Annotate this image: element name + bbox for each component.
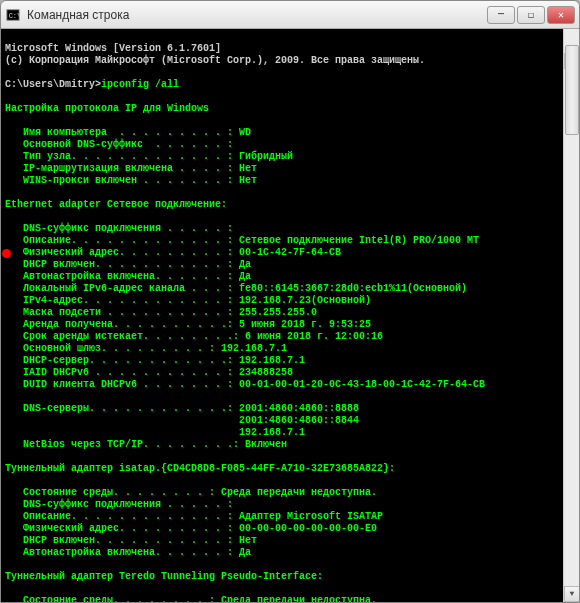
copyright-line: (c) Корпорация Майкрософт (Microsoft Cor… bbox=[5, 55, 425, 66]
eth-ipv4-address: IPv4-адрес. . . . . . . . . . . . : 192.… bbox=[5, 295, 371, 306]
scrollbar[interactable]: ▲ ▼ bbox=[563, 29, 579, 602]
eth-autoconfig: Автонастройка включена. . . . . . : Да bbox=[5, 271, 251, 282]
terminal-output[interactable]: Microsoft Windows [Version 6.1.7601] (c)… bbox=[1, 29, 579, 602]
eth-subnet-mask: Маска подсети . . . . . . . . . . : 255.… bbox=[5, 307, 317, 318]
eth-duid: DUID клиента DHCPv6 . . . . . . . : 00-0… bbox=[5, 379, 485, 390]
eth-physical-address: Физический адрес. . . . . . . . . : 00-1… bbox=[5, 247, 341, 258]
highlight-marker-icon bbox=[2, 249, 11, 258]
host-node-type: Тип узла. . . . . . . . . . . . . : Гибр… bbox=[5, 151, 293, 162]
eth-dns-3: 192.168.7.1 bbox=[5, 427, 305, 438]
window: C:\ Командная строка ─ ☐ ✕ Microsoft Win… bbox=[0, 0, 580, 603]
section-ip-config: Настройка протокола IP для Windows bbox=[5, 103, 209, 114]
cmd-icon: C:\ bbox=[5, 7, 21, 23]
eth-description: Описание. . . . . . . . . . . . . : Сете… bbox=[5, 235, 479, 246]
eth-dns-suffix: DNS-суффикс подключения . . . . . : bbox=[5, 223, 233, 234]
scroll-down-button[interactable]: ▼ bbox=[564, 586, 579, 602]
eth-lease-expires: Срок аренды истекает. . . . . . . .: 6 и… bbox=[5, 331, 383, 342]
minimize-button[interactable]: ─ bbox=[487, 6, 515, 24]
eth-iaid: IAID DHCPv6 . . . . . . . . . . . : 2348… bbox=[5, 367, 293, 378]
isatap-dhcp: DHCP включен. . . . . . . . . . . : Нет bbox=[5, 535, 257, 546]
close-button[interactable]: ✕ bbox=[547, 6, 575, 24]
eth-dns-2: 2001:4860:4860::8844 bbox=[5, 415, 359, 426]
svg-text:C:\: C:\ bbox=[9, 11, 20, 19]
section-isatap: Туннельный адаптер isatap.{CD4CD8D8-F085… bbox=[5, 463, 395, 474]
eth-gateway: Основной шлюз. . . . . . . . . : 192.168… bbox=[5, 343, 287, 354]
isatap-physical: Физический адрес. . . . . . . . . : 00-0… bbox=[5, 523, 377, 534]
prompt-path: C:\Users\Dmitry> bbox=[5, 79, 101, 90]
isatap-media-state: Состояние среды. . . . . . . . : Среда п… bbox=[5, 487, 377, 498]
host-ip-routing: IP-маршрутизация включена . . . . : Нет bbox=[5, 163, 257, 174]
window-title: Командная строка bbox=[27, 8, 487, 22]
eth-ipv6-local: Локальный IPv6-адрес канала . . . : fe80… bbox=[5, 283, 467, 294]
isatap-autoconfig: Автонастройка включена. . . . . . : Да bbox=[5, 547, 251, 558]
titlebar[interactable]: C:\ Командная строка ─ ☐ ✕ bbox=[1, 1, 579, 29]
eth-dns-1: DNS-серверы. . . . . . . . . . . .: 2001… bbox=[5, 403, 359, 414]
maximize-button[interactable]: ☐ bbox=[517, 6, 545, 24]
host-name: Имя компьютера . . . . . . . . . : WD bbox=[5, 127, 251, 138]
teredo-media-state: Состояние среды. . . . . . . . : Среда п… bbox=[5, 595, 377, 602]
eth-lease-obtained: Аренда получена. . . . . . . . . .: 5 ию… bbox=[5, 319, 371, 330]
eth-dhcp-enabled: DHCP включен. . . . . . . . . . . : Да bbox=[5, 259, 251, 270]
host-dns-suffix: Основной DNS-суффикс . . . . . . : bbox=[5, 139, 233, 150]
eth-dhcp-server: DHCP-сервер. . . . . . . . . . . .: 192.… bbox=[5, 355, 305, 366]
isatap-dns-suffix: DNS-суффикс подключения . . . . . : bbox=[5, 499, 233, 510]
window-controls: ─ ☐ ✕ bbox=[487, 6, 575, 24]
host-wins-proxy: WINS-прокси включен . . . . . . . : Нет bbox=[5, 175, 257, 186]
os-version-line: Microsoft Windows [Version 6.1.7601] bbox=[5, 43, 221, 54]
section-ethernet: Ethernet adapter Сетевое подключение: bbox=[5, 199, 227, 210]
command-text: ipconfig /all bbox=[101, 79, 179, 90]
scroll-thumb[interactable] bbox=[565, 45, 579, 135]
section-teredo: Туннельный адаптер Teredo Tunneling Pseu… bbox=[5, 571, 323, 582]
eth-netbios: NetBios через TCP/IP. . . . . . . .: Вкл… bbox=[5, 439, 287, 450]
isatap-description: Описание. . . . . . . . . . . . . : Адап… bbox=[5, 511, 383, 522]
